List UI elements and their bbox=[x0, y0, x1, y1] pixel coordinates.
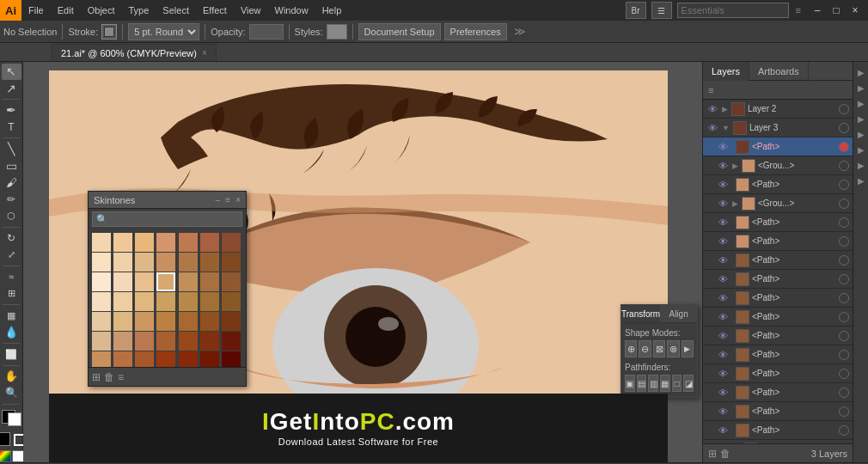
rectangle-tool[interactable]: ▭ bbox=[2, 158, 21, 174]
panel-toggle-2[interactable]: ▶ bbox=[854, 81, 868, 95]
layer-visibility-toggle[interactable]: 👁 bbox=[717, 141, 729, 153]
color-cell-3[interactable] bbox=[156, 233, 175, 252]
layer-item[interactable]: 👁<Path> bbox=[703, 270, 853, 289]
layer-visibility-toggle[interactable]: 👁 bbox=[717, 368, 729, 380]
color-cell-0[interactable] bbox=[92, 233, 111, 252]
document-setup-button[interactable]: Document Setup bbox=[358, 23, 441, 40]
color-cell-15[interactable] bbox=[113, 272, 132, 291]
layer-item[interactable]: 👁<Path> bbox=[703, 364, 853, 383]
menu-help[interactable]: Help bbox=[315, 0, 349, 21]
layer-visibility-toggle[interactable]: 👁 bbox=[717, 160, 729, 172]
options-more-icon[interactable]: ≫ bbox=[514, 25, 526, 38]
color-cell-26[interactable] bbox=[200, 292, 219, 311]
layer-expand-arrow[interactable]: ▶ bbox=[732, 162, 738, 170]
color-cell-1[interactable] bbox=[113, 233, 132, 252]
layer-item[interactable]: 👁<Path> bbox=[703, 308, 853, 327]
panel-toggle-3[interactable]: ▶ bbox=[854, 96, 868, 110]
maximize-button[interactable]: □ bbox=[827, 0, 846, 21]
width-tool[interactable]: ⊞ bbox=[2, 286, 21, 302]
layer-visibility-toggle[interactable]: 👁 bbox=[706, 103, 718, 115]
layer-item[interactable]: 👁<Path> bbox=[703, 175, 853, 194]
menu-edit[interactable]: Edit bbox=[51, 0, 81, 21]
color-cell-40[interactable] bbox=[200, 332, 219, 351]
layer-visibility-toggle[interactable]: 👁 bbox=[717, 387, 729, 399]
layer-item[interactable]: 👁▶<Grou...> bbox=[703, 156, 853, 175]
layer-target-circle[interactable] bbox=[839, 312, 849, 322]
search-input[interactable] bbox=[677, 3, 789, 18]
layer-visibility-toggle[interactable]: 👁 bbox=[717, 311, 729, 323]
layer-target-circle[interactable] bbox=[839, 350, 849, 360]
menu-effect[interactable]: Effect bbox=[196, 0, 234, 21]
document-tab[interactable]: 21.ai* @ 600% (CMYK/Preview) × bbox=[52, 44, 217, 61]
rotate-tool[interactable]: ↻ bbox=[2, 230, 21, 247]
menu-type[interactable]: Type bbox=[122, 0, 156, 21]
layers-tab[interactable]: Layers bbox=[703, 62, 749, 81]
expand-icon[interactable]: ≡ bbox=[796, 5, 801, 15]
layer-visibility-toggle[interactable]: 👁 bbox=[717, 349, 729, 361]
skintones-menu-button[interactable]: ≡ bbox=[225, 195, 230, 205]
panel-toggle-4[interactable]: ▶ bbox=[854, 112, 868, 125]
layer-target-circle[interactable] bbox=[839, 274, 849, 284]
background-color[interactable] bbox=[8, 412, 21, 426]
new-layer-button[interactable]: ⊞ bbox=[708, 448, 717, 460]
layer-item[interactable]: 👁<Path> bbox=[703, 421, 853, 440]
none-mode-btn[interactable] bbox=[12, 450, 24, 462]
type-tool[interactable]: T bbox=[2, 119, 21, 136]
menu-file[interactable]: File bbox=[21, 0, 51, 21]
menu-view[interactable]: View bbox=[234, 0, 268, 21]
color-cell-32[interactable] bbox=[179, 312, 198, 331]
color-cell-20[interactable] bbox=[222, 272, 241, 291]
layer-visibility-toggle[interactable]: 👁 bbox=[717, 406, 729, 418]
menu-window[interactable]: Window bbox=[268, 0, 315, 21]
color-swatches[interactable] bbox=[2, 410, 21, 426]
color-cell-7[interactable] bbox=[92, 253, 111, 272]
artboard-tool[interactable]: ⬜ bbox=[2, 346, 21, 363]
eyedropper-tool[interactable]: 💧 bbox=[2, 325, 21, 341]
skintones-trash-button[interactable]: 🗑 bbox=[104, 371, 114, 383]
panel-toggle-6[interactable]: ▶ bbox=[854, 143, 868, 156]
color-cell-22[interactable] bbox=[113, 292, 132, 311]
skintones-collapse-button[interactable]: – bbox=[216, 195, 221, 205]
brush-size-select[interactable]: 5 pt. Round bbox=[128, 23, 199, 40]
color-cell-46[interactable] bbox=[179, 351, 198, 367]
color-cell-23[interactable] bbox=[135, 292, 154, 311]
layer-target-circle[interactable] bbox=[839, 142, 849, 152]
minus-back-button[interactable]: ◪ bbox=[683, 375, 694, 392]
layer-target-circle[interactable] bbox=[839, 123, 849, 133]
color-cell-12[interactable] bbox=[200, 253, 219, 272]
layer-visibility-toggle[interactable]: 👁 bbox=[706, 122, 718, 134]
color-cell-34[interactable] bbox=[222, 312, 241, 331]
panel-toggle-5[interactable]: ▶ bbox=[854, 127, 868, 141]
color-cell-47[interactable] bbox=[200, 351, 219, 367]
layer-visibility-toggle[interactable]: 👁 bbox=[717, 330, 729, 342]
close-button[interactable]: × bbox=[846, 0, 865, 21]
skintones-close-button[interactable]: × bbox=[235, 195, 241, 205]
color-cell-2[interactable] bbox=[135, 233, 154, 252]
color-cell-8[interactable] bbox=[113, 253, 132, 272]
transform-tab[interactable]: Transform bbox=[621, 305, 660, 322]
layer-item[interactable]: 👁<Path> bbox=[703, 137, 853, 156]
minus-front-button[interactable]: ⊖ bbox=[639, 340, 651, 357]
tab-close-button[interactable]: × bbox=[202, 48, 207, 58]
skintones-search-input[interactable] bbox=[92, 211, 242, 227]
color-cell-25[interactable] bbox=[179, 292, 198, 311]
color-cell-43[interactable] bbox=[113, 351, 132, 367]
color-cell-11[interactable] bbox=[179, 253, 198, 272]
color-cell-45[interactable] bbox=[156, 351, 175, 367]
layer-visibility-toggle[interactable]: 👁 bbox=[717, 217, 729, 229]
pen-tool[interactable]: ✒ bbox=[2, 102, 21, 119]
layer-visibility-toggle[interactable]: 👁 bbox=[717, 235, 729, 247]
skintones-options-button[interactable]: ≡ bbox=[118, 371, 124, 383]
stroke-color-swatch[interactable] bbox=[101, 24, 117, 40]
pencil-tool[interactable]: ✏ bbox=[2, 192, 21, 208]
trim-button[interactable]: ▤ bbox=[637, 375, 647, 392]
delete-layer-button[interactable]: 🗑 bbox=[720, 448, 730, 460]
device-button[interactable]: ☰ bbox=[651, 2, 672, 19]
color-cell-41[interactable] bbox=[222, 332, 241, 351]
color-mode-btn[interactable] bbox=[0, 450, 11, 462]
panel-toggle-8[interactable]: ▶ bbox=[854, 174, 868, 187]
layer-item[interactable]: 👁▶<Grou...> bbox=[703, 194, 853, 213]
panel-toggle-7[interactable]: ▶ bbox=[854, 158, 868, 172]
color-cell-35[interactable] bbox=[92, 332, 111, 351]
line-tool[interactable]: ╲ bbox=[2, 141, 21, 157]
